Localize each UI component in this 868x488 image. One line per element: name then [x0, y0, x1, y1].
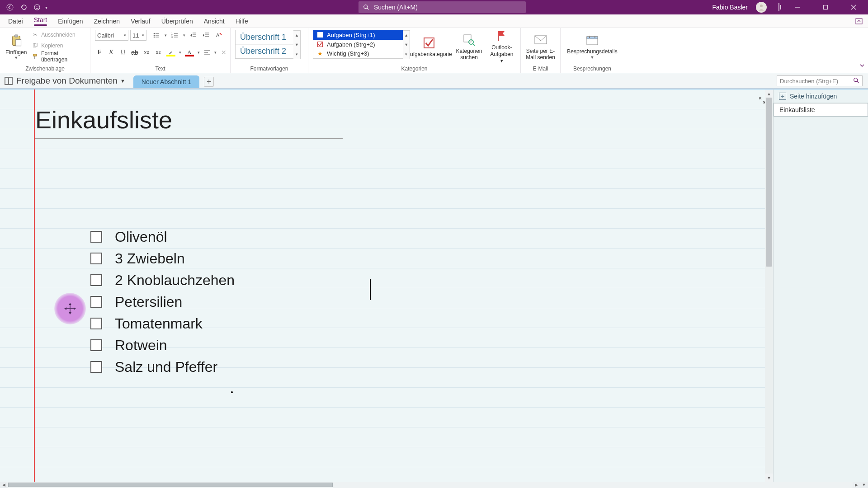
checklist-item-text[interactable]: 2 Knoblauchzehen [115, 272, 235, 289]
numbered-list-button[interactable]: 123 [170, 31, 179, 40]
hscroll-thumb[interactable] [8, 483, 333, 487]
checkbox-icon[interactable] [90, 253, 102, 264]
styles-scroll-down-icon[interactable]: ▼ [293, 40, 300, 50]
style-heading1[interactable]: Überschrift 1 [236, 30, 293, 45]
scroll-thumb[interactable] [766, 98, 772, 267]
checklist-row[interactable]: 2 Knoblauchzehen [90, 270, 235, 290]
checklist-item-text[interactable]: Salz und Pfeffer [115, 359, 217, 375]
tag-item-2[interactable]: Aufgaben (Strg+2) [313, 40, 403, 49]
checklist-row[interactable]: 3 Zwiebeln [90, 249, 235, 268]
font-size-select[interactable]: 11▾ [130, 30, 146, 41]
checklist-item-text[interactable]: Petersilien [115, 294, 182, 310]
checklist-block[interactable]: Olivenöl 3 Zwiebeln 2 Knoblauchzehen Pet… [90, 227, 235, 377]
highlight-button[interactable] [165, 48, 176, 57]
user-avatar-icon[interactable] [756, 2, 767, 13]
scroll-left-icon[interactable]: ◀ [0, 482, 7, 488]
scroll-up-icon[interactable]: ▲ [765, 89, 773, 98]
collapse-ribbon-icon[interactable] [854, 17, 863, 25]
tab-hilfe[interactable]: Hilfe [230, 15, 254, 28]
checklist-row[interactable]: Rotwein [90, 335, 235, 355]
tab-verlauf[interactable]: Verlauf [125, 15, 156, 28]
cut-button[interactable]: ✂ Ausschneiden [32, 30, 85, 40]
notebook-icon[interactable] [5, 77, 13, 85]
paste-button[interactable]: Einfügen ▼ [5, 30, 28, 64]
increase-indent-button[interactable] [202, 31, 211, 40]
meeting-details-button[interactable]: Besprechungsdetails ▼ [565, 30, 619, 64]
search-pages-input[interactable]: Durchsuchen (Strg+E) [777, 75, 863, 86]
checklist-item-text[interactable]: Olivenöl [115, 229, 167, 245]
checklist-item-text[interactable]: 3 Zwiebeln [115, 250, 185, 267]
superscript-button[interactable]: x2 [154, 48, 163, 57]
checkbox-icon[interactable] [90, 274, 102, 286]
checklist-row[interactable]: Petersilien [90, 292, 235, 312]
checkbox-icon[interactable] [90, 361, 102, 373]
underline-button[interactable]: U [118, 48, 127, 57]
scroll-down-icon[interactable]: ▼ [765, 474, 773, 482]
find-tags-button[interactable]: Kategorien suchen [455, 30, 483, 64]
tag-item-1[interactable]: Aufgaben (Strg+1) [313, 30, 403, 40]
checklist-row[interactable]: Olivenöl [90, 227, 235, 247]
horizontal-scrollbar[interactable]: ◀ ▶ ▼ [0, 482, 860, 488]
page-title-text[interactable]: Einkaufsliste [35, 106, 343, 134]
checklist-row[interactable]: Salz und Pfeffer [90, 357, 235, 377]
user-name[interactable]: Fabio Basler [712, 4, 748, 11]
scroll-right-icon[interactable]: ▶ [853, 482, 860, 488]
scroll-corner-icon[interactable]: ▼ [860, 482, 868, 488]
bullet-list-button[interactable] [152, 31, 161, 40]
email-page-button[interactable]: Seite per E- Mail senden [525, 30, 556, 64]
tab-datei[interactable]: Datei [3, 15, 28, 28]
format-painter-button[interactable]: Format übertragen [32, 52, 85, 61]
checkbox-icon[interactable] [90, 231, 102, 243]
strikethrough-button[interactable]: ab [130, 48, 139, 57]
outlook-tasks-button[interactable]: Outlook- Aufgaben ▼ [488, 30, 516, 64]
bold-button[interactable]: F [95, 48, 104, 57]
checklist-item-text[interactable]: Tomatenmark [115, 315, 203, 332]
tags-scroll-up-icon[interactable]: ▲ [403, 31, 410, 40]
tags-expand-icon[interactable]: ▾ [403, 49, 410, 59]
clear-formatting-button[interactable]: A [214, 31, 223, 40]
ribbon-collapse-icon[interactable] [859, 62, 865, 70]
minimize-button[interactable] [788, 0, 807, 14]
task-category-button[interactable]: Aufgabenkategorie [408, 30, 450, 64]
notebook-name[interactable]: Freigabe von Dokumenten [16, 76, 118, 86]
tab-zeichnen[interactable]: Zeichnen [89, 15, 126, 28]
notebook-dropdown-icon[interactable]: ▼ [120, 78, 125, 84]
decrease-indent-button[interactable] [189, 31, 198, 40]
undo-icon[interactable] [20, 4, 27, 11]
checkbox-icon[interactable] [90, 318, 102, 329]
checkbox-icon[interactable] [90, 339, 102, 351]
maximize-button[interactable] [816, 0, 835, 14]
touch-mode-icon[interactable] [33, 4, 41, 11]
window-mode-icon[interactable] [778, 4, 779, 11]
page-title-container[interactable]: Einkaufsliste [35, 106, 343, 139]
subscript-button[interactable]: x2 [142, 48, 151, 57]
styles-gallery[interactable]: Überschrift 1 Überschrift 2 ▲ ▼ ▾ [235, 30, 294, 59]
tab-ansicht[interactable]: Ansicht [198, 15, 230, 28]
add-section-button[interactable]: + [204, 77, 214, 87]
tab-ueberpruefen[interactable]: Überprüfen [156, 15, 198, 28]
delete-button[interactable]: ✕ [219, 48, 228, 57]
vertical-scrollbar[interactable]: ▲ ▼ [765, 89, 773, 482]
style-heading2[interactable]: Überschrift 2 [236, 45, 293, 59]
qat-customize-icon[interactable]: ▾ [45, 5, 47, 10]
tags-gallery[interactable]: Aufgaben (Strg+1) Aufgaben (Strg+2) ★ Wi… [313, 30, 403, 59]
page-canvas[interactable]: Einkaufsliste Olivenöl 3 Zwiebeln 2 Knob… [0, 89, 773, 482]
section-tab[interactable]: Neuer Abschnitt 1 [133, 75, 200, 88]
global-search[interactable]: Suchen (Alt+M) [359, 1, 526, 13]
add-page-button[interactable]: + Seite hinzufügen [774, 89, 868, 103]
styles-scroll-up-icon[interactable]: ▲ [293, 31, 300, 40]
italic-button[interactable]: K [107, 48, 116, 57]
align-button[interactable] [203, 48, 212, 57]
tags-scroll-down-icon[interactable]: ▼ [403, 40, 410, 50]
checkbox-icon[interactable] [90, 296, 102, 308]
font-name-select[interactable]: Calibri▾ [95, 30, 128, 41]
copy-button[interactable]: Kopieren [32, 41, 85, 51]
tag-item-3[interactable]: ★ Wichtig (Strg+3) [313, 49, 403, 58]
tab-einfuegen[interactable]: Einfügen [52, 15, 88, 28]
styles-expand-icon[interactable]: ▾ [293, 49, 300, 59]
close-button[interactable] [844, 0, 863, 14]
page-list-item[interactable]: Einkaufsliste [774, 103, 868, 117]
checklist-row[interactable]: Tomatenmark [90, 314, 235, 333]
font-color-button[interactable]: A [184, 48, 195, 57]
back-icon[interactable] [6, 4, 14, 11]
